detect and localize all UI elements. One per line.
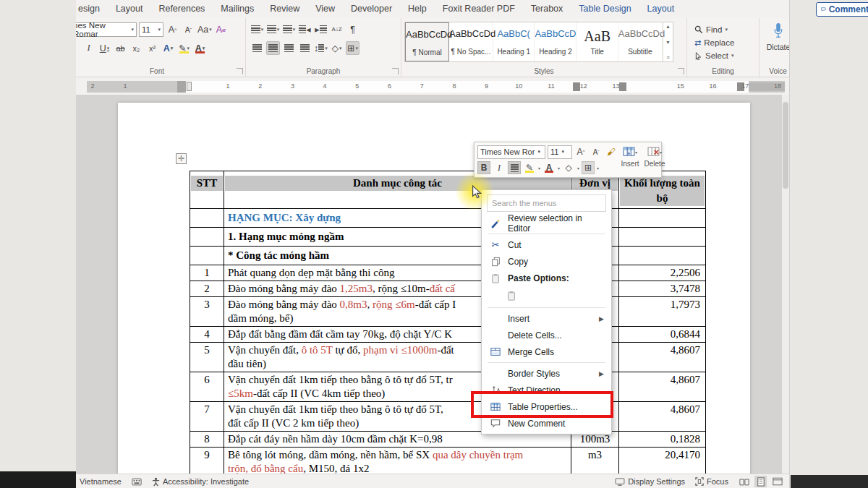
style-card--no-spac-[interactable]: AaBbCcDd¶ No Spac... [449,22,493,61]
table-cell[interactable]: 20,4170 [619,448,706,474]
language-status[interactable]: Vietnamese [76,474,127,488]
table-cell[interactable]: 5 [190,343,224,372]
numbering-icon[interactable] [266,22,280,36]
font-color-icon[interactable]: A [193,41,207,55]
focus-button[interactable]: Focus [690,474,733,488]
ribbon-tab-layout[interactable]: Layout [639,0,683,14]
align-center-icon[interactable] [266,41,280,55]
table-cell[interactable]: Bê tông lót móng, dầm móng, nền hầm, bể … [224,448,571,474]
underline-icon[interactable]: U [98,41,111,55]
table-cell[interactable]: 1,7973 [619,297,706,327]
font-dialog-launcher[interactable] [237,68,243,74]
indent-marker[interactable] [187,82,192,91]
decrease-indent-icon[interactable]: ◂ [298,22,312,36]
print-layout-icon[interactable] [754,476,767,487]
display-settings-button[interactable]: Display Settings [610,474,690,488]
table-cell[interactable]: 6 [190,372,224,402]
mini-shading-icon[interactable]: ◇ [562,161,575,174]
vertical-scrollbar[interactable] [782,95,789,474]
change-case-icon[interactable]: Aa [197,23,212,37]
table-cell[interactable]: 9 [190,448,224,474]
table-cell[interactable]: 1 [190,265,224,281]
header-cell-stt[interactable]: STT [190,171,224,209]
mini-font-size-select[interactable]: 11 [548,145,572,159]
shading-icon[interactable]: ◇ [330,41,344,55]
table-cell[interactable] [619,247,706,265]
ribbon-tab-help[interactable]: Help [400,0,435,14]
select-button[interactable]: Select▾ [694,49,734,62]
mini-align-icon[interactable] [508,161,521,174]
mini-borders-icon[interactable]: ⊞ [582,161,595,174]
keyboard-icon[interactable] [127,474,147,488]
table-cell[interactable]: 4,8607 [619,402,706,432]
paragraph-dialog-launcher[interactable] [392,68,399,74]
style-card-subtitle[interactable]: AaBbCcDdSubtitle [618,22,663,61]
style-card-heading-1[interactable]: AaBbC(Heading 1 [493,22,535,61]
bold-icon[interactable]: B [76,41,80,55]
shrink-font-icon[interactable]: Aˇ [182,23,195,37]
table-move-handle[interactable]: ✛ [176,153,187,164]
ribbon-tab-developer[interactable]: Developer [343,0,400,14]
style-card--normal[interactable]: AaBbCcDd¶ Normal [405,22,449,61]
column-marker[interactable] [619,82,626,91]
table-cell[interactable] [190,209,224,228]
scrollbar-thumb[interactable] [783,102,788,189]
styles-dialog-launcher[interactable] [678,68,684,74]
menu-search-input[interactable] [487,194,606,212]
text-effects-icon[interactable]: A [161,41,175,55]
dictate-button[interactable]: Dictate [760,22,790,51]
grow-font-icon[interactable]: A^ [166,23,179,37]
column-marker[interactable] [573,82,580,91]
menu-item-paste-options[interactable]: Paste Options: [482,270,611,286]
comment-button[interactable]: Comment [816,2,868,17]
paste-option-keep-source[interactable] [482,286,611,305]
table-cell[interactable]: 0,1828 [619,432,706,448]
ribbon-tab-view[interactable]: View [307,0,343,14]
mini-font-color-icon[interactable]: A [542,161,556,174]
ribbon-tab-terabox[interactable]: Terabox [523,0,571,14]
font-size-select[interactable]: 11 [139,22,163,37]
sort-icon[interactable]: A↓Z [330,22,344,36]
ruler-margin-box[interactable] [177,81,186,93]
document-table[interactable]: STT Danh mục công tác Đơn vị Khối lượng … [190,171,706,474]
table-cell[interactable]: 4 [190,327,224,343]
menu-item-copy[interactable]: Copy [482,253,611,270]
clear-formatting-icon[interactable]: A⌀ [214,23,228,37]
menu-item-insert[interactable]: Insert▶ [482,310,611,327]
mini-grow-font-icon[interactable]: A^ [574,145,587,158]
table-cell[interactable]: 0,6844 [619,327,706,343]
multilevel-list-icon[interactable] [282,22,296,36]
show-marks-icon[interactable]: ¶ [346,22,359,36]
replace-button[interactable]: ⇄Replace [694,36,734,49]
mini-format-painter-icon[interactable]: 🖌 [605,145,618,158]
menu-item-merge-cells[interactable]: Merge Cells [482,343,611,360]
menu-item-review-selection-in-editor[interactable]: Review selection in Editor [482,215,611,231]
style-card-heading-2[interactable]: AaBbCcDHeading 2 [535,22,576,61]
menu-item-delete-cells[interactable]: Delete Cells... [482,327,611,343]
mini-delete-button[interactable]: ▾ Delete [642,144,667,176]
table-cell[interactable] [619,228,706,247]
italic-icon[interactable]: I [82,41,95,55]
mini-italic-icon[interactable]: I [493,161,506,174]
find-button[interactable]: Find▾ [694,23,734,36]
align-right-icon[interactable] [282,41,296,55]
align-left-icon[interactable] [250,41,264,55]
highlight-color-icon[interactable]: ✎ [177,41,191,55]
ribbon-tab-mailings[interactable]: Mailings [213,0,262,14]
mini-font-family-select[interactable]: Times New Ror [477,145,545,159]
table-cell[interactable]: 2,2506 [619,265,706,281]
table-cell[interactable]: 4,8607 [619,372,706,402]
accessibility-status[interactable]: Accessibility: Investigate [147,474,254,488]
ribbon-tab-foxit-reader-pdf[interactable]: Foxit Reader PDF [435,0,523,14]
justify-icon[interactable] [298,41,312,55]
menu-item-border-styles[interactable]: Border Styles▶ [482,365,611,382]
table-cell[interactable] [190,247,224,265]
superscript-icon[interactable]: x² [145,41,159,55]
increase-indent-icon[interactable]: ▸ [314,22,328,36]
table-cell[interactable]: 7 [190,402,224,432]
table-cell[interactable] [619,209,706,228]
subscript-icon[interactable]: x₂ [129,41,143,55]
web-layout-icon[interactable] [771,476,783,487]
ribbon-tab-review[interactable]: Review [262,0,307,14]
font-family-select[interactable]: nes New Romar [76,22,137,37]
